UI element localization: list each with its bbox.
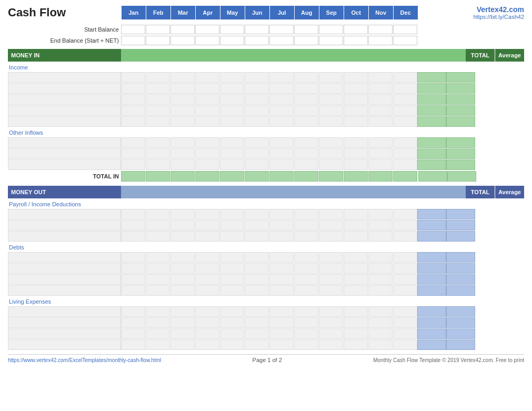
debts-row-2-label[interactable]	[8, 263, 121, 274]
cell-9[interactable]	[344, 252, 368, 263]
cell-8[interactable]	[319, 209, 343, 219]
cell-8[interactable]	[319, 220, 343, 230]
cell-0[interactable]	[121, 339, 145, 350]
cell-5[interactable]	[245, 274, 269, 285]
cell-6[interactable]	[269, 159, 294, 170]
cell-4[interactable]	[220, 263, 244, 274]
cell-5[interactable]	[245, 148, 269, 159]
cell-11[interactable]	[393, 274, 417, 285]
cell-5[interactable]	[245, 285, 269, 296]
cell-0[interactable]	[121, 263, 145, 274]
cell-8[interactable]	[319, 274, 343, 285]
cell-10[interactable]	[368, 231, 393, 242]
cell-3[interactable]	[195, 306, 219, 317]
cell-11[interactable]	[393, 263, 417, 274]
cell-8[interactable]	[319, 317, 343, 328]
balance-cell-2[interactable]	[170, 36, 195, 45]
total-in-cell-7[interactable]	[294, 171, 318, 182]
cell-6[interactable]	[269, 209, 294, 219]
cell-9[interactable]	[344, 116, 368, 127]
cell-6[interactable]	[269, 274, 294, 285]
cell-1[interactable]	[146, 116, 170, 127]
living-row-3-avg[interactable]	[446, 328, 475, 339]
cell-0[interactable]	[121, 231, 145, 242]
living-row-3-total[interactable]	[417, 328, 446, 339]
cell-3[interactable]	[195, 328, 219, 339]
cell-10[interactable]	[368, 339, 393, 350]
cell-9[interactable]	[344, 72, 368, 83]
balance-cell-4[interactable]	[220, 36, 244, 45]
cell-10[interactable]	[368, 285, 393, 296]
cell-4[interactable]	[220, 220, 244, 230]
cell-3[interactable]	[195, 105, 219, 116]
cell-4[interactable]	[220, 209, 244, 219]
debts-row-3-avg[interactable]	[446, 274, 475, 285]
living-row-4-avg[interactable]	[446, 339, 475, 350]
footer-left-link[interactable]: https://www.vertex42.com/ExcelTemplates/…	[8, 357, 161, 363]
cell-5[interactable]	[245, 83, 269, 94]
balance-cell-7[interactable]	[294, 36, 318, 45]
cell-7[interactable]	[294, 263, 318, 274]
cell-9[interactable]	[344, 83, 368, 94]
cell-9[interactable]	[344, 220, 368, 230]
income-row-4-avg[interactable]	[446, 105, 475, 116]
income-row-5-avg[interactable]	[446, 116, 475, 127]
living-row-2-label[interactable]	[8, 317, 121, 328]
balance-cell-6[interactable]	[269, 36, 294, 45]
debts-row-1-label[interactable]	[8, 252, 121, 263]
cell-6[interactable]	[269, 231, 294, 242]
cell-2[interactable]	[170, 148, 195, 159]
cell-10[interactable]	[368, 263, 393, 274]
income-row-1-avg[interactable]	[446, 72, 475, 83]
cell-1[interactable]	[146, 159, 170, 170]
vertex-link[interactable]: https://bit.ly/Cash42	[473, 14, 524, 20]
cell-0[interactable]	[121, 220, 145, 230]
cell-2[interactable]	[170, 306, 195, 317]
debts-row-3-total[interactable]	[417, 274, 446, 285]
income-row-4-label[interactable]	[8, 105, 121, 116]
total-in-cell-6[interactable]	[269, 171, 294, 182]
cell-7[interactable]	[294, 252, 318, 263]
cell-5[interactable]	[245, 209, 269, 219]
cell-7[interactable]	[294, 274, 318, 285]
month-btn-nov[interactable]: Nov	[369, 6, 393, 19]
balance-cell-4[interactable]	[220, 25, 244, 34]
other-inflows-row-3-avg[interactable]	[446, 159, 475, 170]
cell-11[interactable]	[393, 317, 417, 328]
cell-2[interactable]	[170, 137, 195, 148]
cell-1[interactable]	[146, 72, 170, 83]
cell-3[interactable]	[195, 83, 219, 94]
cell-7[interactable]	[294, 105, 318, 116]
income-row-5-total[interactable]	[417, 116, 446, 127]
income-row-1-label[interactable]	[8, 72, 121, 83]
cell-10[interactable]	[368, 105, 393, 116]
cell-8[interactable]	[319, 231, 343, 242]
cell-0[interactable]	[121, 137, 145, 148]
cell-0[interactable]	[121, 116, 145, 127]
cell-0[interactable]	[121, 148, 145, 159]
cell-11[interactable]	[393, 252, 417, 263]
income-row-1-total[interactable]	[417, 72, 446, 83]
cell-3[interactable]	[195, 209, 219, 219]
cell-5[interactable]	[245, 328, 269, 339]
cell-10[interactable]	[368, 328, 393, 339]
cell-2[interactable]	[170, 285, 195, 296]
cell-7[interactable]	[294, 116, 318, 127]
balance-cell-10[interactable]	[368, 36, 393, 45]
other-inflows-row-2-total[interactable]	[417, 148, 446, 159]
total-in-cell-2[interactable]	[170, 171, 195, 182]
income-row-2-total[interactable]	[417, 83, 446, 94]
cell-10[interactable]	[368, 137, 393, 148]
cell-0[interactable]	[121, 94, 145, 105]
cell-3[interactable]	[195, 231, 219, 242]
balance-cell-8[interactable]	[319, 25, 343, 34]
cell-0[interactable]	[121, 285, 145, 296]
cell-11[interactable]	[393, 209, 417, 219]
cell-1[interactable]	[146, 252, 170, 263]
cell-8[interactable]	[319, 328, 343, 339]
cell-3[interactable]	[195, 317, 219, 328]
balance-cell-1[interactable]	[146, 25, 170, 34]
payroll-row-3-total[interactable]	[417, 231, 446, 242]
income-row-2-label[interactable]	[8, 83, 121, 94]
payroll-row-3-label[interactable]	[8, 231, 121, 242]
